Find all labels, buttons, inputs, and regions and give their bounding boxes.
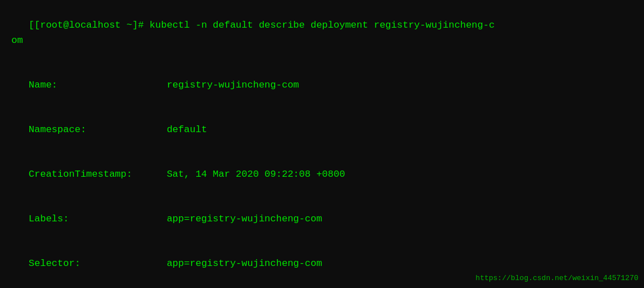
creation-timestamp-line: CreationTimestamp: Sat, 14 Mar 2020 09:2…	[6, 152, 638, 197]
namespace-label: Namespace:	[29, 124, 86, 135]
labels-line: Labels: app=registry-wujincheng-com	[6, 197, 638, 241]
replicas-line: Replicas: 1 updated | 1 total | 1 availa…	[6, 286, 638, 288]
name-label: Name:	[29, 80, 58, 90]
terminal-window: [[root@localhost ~]# [[root@localhost ~]…	[0, 0, 644, 288]
command-line: [[root@localhost ~]# [[root@localhost ~]…	[6, 3, 638, 63]
labels-label: Labels:	[29, 213, 69, 224]
watermark: https://blog.csdn.net/weixin_44571270	[475, 274, 638, 282]
name-line: Name: registry-wujincheng-com	[6, 63, 638, 107]
command-text: [[root@localhost ~]#	[29, 20, 149, 30]
namespace-line: Namespace: default	[6, 107, 638, 152]
selector-label: Selector:	[29, 258, 81, 269]
creation-timestamp-label: CreationTimestamp:	[29, 169, 133, 180]
